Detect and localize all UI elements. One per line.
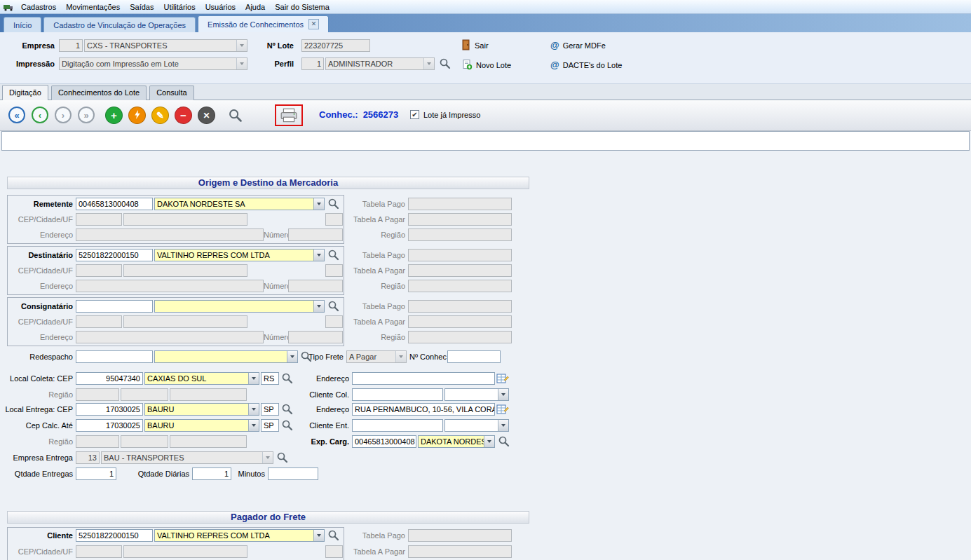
menu-cadastros[interactable]: Cadastros xyxy=(16,0,61,14)
form-row: Endereço Número Região xyxy=(0,228,543,241)
subtab-consulta[interactable]: Consulta xyxy=(149,86,193,100)
tab-inicio[interactable]: Início xyxy=(4,17,41,32)
empresa-entrega-search-icon[interactable] xyxy=(276,451,289,464)
local-entrega-cidade-combo[interactable]: BAURU xyxy=(144,403,259,416)
add-record-button[interactable]: + xyxy=(105,107,123,124)
dropdown-arrow-icon[interactable] xyxy=(248,420,259,431)
local-entrega-search-icon[interactable] xyxy=(281,403,294,416)
cliente-col-field[interactable] xyxy=(352,388,443,401)
destinatario-name-combo[interactable]: VALTINHO REPRES COM LTDA xyxy=(154,249,325,261)
cliente-name-combo[interactable]: VALTINHO REPRES COM LTDA xyxy=(154,529,325,542)
lightning-button[interactable] xyxy=(128,107,146,124)
destinatario-search-icon[interactable] xyxy=(327,249,340,261)
n-conhec-field[interactable] xyxy=(447,350,501,363)
qtdade-entregas-field[interactable]: 1 xyxy=(76,467,116,480)
nav-prev-button[interactable]: ‹ xyxy=(32,107,48,123)
dropdown-arrow-icon[interactable] xyxy=(287,351,297,362)
menu-saidas[interactable]: Saídas xyxy=(125,0,158,14)
dropdown-arrow-icon[interactable] xyxy=(248,404,259,415)
exp-carg-search-icon[interactable] xyxy=(498,435,510,448)
plus-icon: + xyxy=(111,109,117,121)
subtab-digitacao[interactable]: Digitação xyxy=(2,85,48,100)
perfil-combo[interactable]: ADMINISTRADOR xyxy=(325,57,435,70)
consignatario-cnpj-field[interactable] xyxy=(76,300,153,313)
gerar-mdfe-button[interactable]: @ Gerar MDFe xyxy=(550,39,606,52)
delete-record-button[interactable]: − xyxy=(175,107,192,124)
local-coleta-cep-field[interactable]: 95047340 xyxy=(76,372,143,385)
tab-cadastro-vinculacao[interactable]: Cadastro de Vinculação de Operações xyxy=(43,17,196,32)
cliente-ent-combo[interactable] xyxy=(444,419,509,432)
impressao-combo[interactable]: Digitação com Impressão em Lote xyxy=(59,57,247,70)
novo-lote-button[interactable]: Novo Lote xyxy=(461,59,511,71)
dropdown-arrow-icon[interactable] xyxy=(236,58,247,69)
local-entrega-uf-field[interactable]: SP xyxy=(261,403,279,416)
local-coleta-uf-field[interactable]: RS xyxy=(261,372,279,385)
dropdown-arrow-icon[interactable] xyxy=(313,250,324,261)
cliente-uf-field xyxy=(325,545,343,558)
redespacho-combo[interactable] xyxy=(154,350,298,363)
cep-calc-cidade-combo[interactable]: BAURU xyxy=(144,419,259,432)
search-record-icon[interactable] xyxy=(228,108,243,124)
perfil-search-icon[interactable] xyxy=(439,57,451,70)
remetente-name-combo[interactable]: DAKOTA NORDESTE SA xyxy=(154,198,325,210)
sair-button[interactable]: Sair xyxy=(461,39,489,52)
dropdown-arrow-icon[interactable] xyxy=(423,58,434,69)
edit-record-button[interactable]: ✎ xyxy=(151,107,169,124)
dropdown-arrow-icon[interactable] xyxy=(262,452,273,463)
check-icon: ✔ xyxy=(412,111,417,118)
coleta-address-detail-icon[interactable] xyxy=(496,372,509,385)
subtab-conhecimentos-do-lote[interactable]: Conhecimentos do Lote xyxy=(51,86,147,100)
dropdown-arrow-icon[interactable] xyxy=(498,389,508,400)
destinatario-cnpj-field[interactable]: 52501822000150 xyxy=(76,249,153,261)
redespacho-code-field[interactable] xyxy=(76,350,153,363)
lote-impresso-checkbox[interactable]: ✔ xyxy=(410,110,419,119)
local-coleta-cidade-combo[interactable]: CAXIAS DO SUL xyxy=(144,372,259,385)
exp-carg-name-combo[interactable]: DAKOTA NORDES xyxy=(418,435,495,448)
cliente-cnpj-field[interactable]: 52501822000150 xyxy=(76,529,153,542)
qtdade-diarias-field[interactable]: 1 xyxy=(192,467,231,480)
cep-calc-uf-field[interactable]: SP xyxy=(261,419,279,432)
menu-usuarios[interactable]: Usuários xyxy=(201,0,240,14)
local-coleta-search-icon[interactable] xyxy=(281,372,294,385)
dropdown-arrow-icon[interactable] xyxy=(236,40,247,51)
dropdown-arrow-icon[interactable] xyxy=(313,198,324,210)
dropdown-arrow-icon[interactable] xyxy=(484,436,494,447)
nav-next-button[interactable]: › xyxy=(55,107,72,123)
consignatario-search-icon[interactable] xyxy=(327,300,340,313)
empresa-combo[interactable]: CXS - TRANSPORTES xyxy=(84,39,247,52)
tab-emissao-conhecimentos[interactable]: Emissão de Conhecimentos ✕ xyxy=(198,15,329,32)
remetente-cnpj-field[interactable]: 00465813000408 xyxy=(76,198,153,210)
nav-first-button[interactable]: « xyxy=(8,107,25,123)
cliente-search-icon[interactable] xyxy=(327,529,340,542)
cliente-ent-field[interactable] xyxy=(352,419,443,432)
dropdown-arrow-icon[interactable] xyxy=(313,530,324,541)
menu-utilitarios[interactable]: Utilitários xyxy=(158,0,200,14)
menu-movimentacoes[interactable]: Movimentações xyxy=(61,0,125,14)
menu-ajuda[interactable]: Ajuda xyxy=(240,0,270,14)
remetente-search-icon[interactable] xyxy=(327,198,340,210)
cep-calc-search-icon[interactable] xyxy=(281,419,294,432)
cep-calc-cep-field[interactable]: 17030025 xyxy=(76,419,143,432)
cliente-col-combo[interactable] xyxy=(444,388,509,401)
exit-door-icon xyxy=(461,39,471,52)
dropdown-arrow-icon[interactable] xyxy=(313,301,324,312)
observation-field[interactable] xyxy=(1,131,970,151)
local-entrega-cep-field[interactable]: 17030025 xyxy=(76,403,143,416)
entrega-endereco-field[interactable]: RUA PERNAMBUCO, 10-56, VILA CORALINA xyxy=(352,403,495,416)
minutos-field[interactable] xyxy=(268,467,318,480)
consignatario-name-combo[interactable] xyxy=(154,300,325,313)
coleta-endereco-field[interactable] xyxy=(352,372,495,385)
exp-carg-cnpj-field[interactable]: 00465813000408 xyxy=(352,435,416,448)
entrega-address-detail-icon[interactable] xyxy=(496,403,509,416)
print-button[interactable] xyxy=(280,108,298,123)
nav-last-button[interactable]: » xyxy=(78,107,95,123)
empresa-entrega-combo[interactable]: BAU - TRANSPORTES xyxy=(101,451,273,464)
menu-sair-do-sistema[interactable]: Sair do Sistema xyxy=(270,0,334,14)
tipo-frete-combo[interactable]: A Pagar xyxy=(346,350,407,363)
dropdown-arrow-icon[interactable] xyxy=(498,420,508,431)
cancel-button[interactable]: ✕ xyxy=(198,107,215,124)
dropdown-arrow-icon[interactable] xyxy=(248,373,259,384)
dropdown-arrow-icon[interactable] xyxy=(395,351,406,362)
dacte-lote-button[interactable]: @ DACTE's do Lote xyxy=(550,59,622,71)
tab-close-icon[interactable]: ✕ xyxy=(308,19,319,29)
